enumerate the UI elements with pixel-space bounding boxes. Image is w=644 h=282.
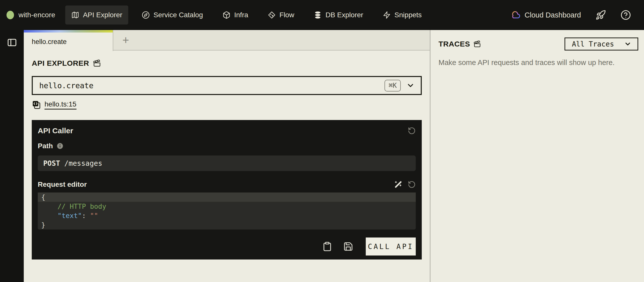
nav-item-label: DB Explorer <box>326 11 363 19</box>
nav-item-service-catalog[interactable]: Service Catalog <box>136 6 209 24</box>
request-editor-label: Request editor <box>38 180 87 188</box>
chevron-down-icon <box>406 81 415 90</box>
code-line: } <box>38 220 416 230</box>
left-sidebar <box>0 30 24 282</box>
source-file-link[interactable]: hello.ts:15 <box>32 100 76 110</box>
code-string-value: "" <box>90 212 98 220</box>
code-line: "text": "" <box>38 211 416 220</box>
call-api-button[interactable]: CALL API <box>366 238 416 256</box>
endpoint-select-value: hello.create <box>39 81 384 90</box>
nav-right: Cloud Dashboard <box>510 10 631 20</box>
panel-left-icon <box>6 37 18 48</box>
help-button[interactable] <box>620 10 631 20</box>
endpoint-path: /messages <box>64 159 102 168</box>
http-method: POST <box>43 159 60 168</box>
reset-request-button[interactable] <box>408 180 416 188</box>
nav-menu: API Explorer Service Catalog Infra Flow <box>65 6 428 24</box>
endpoint-select[interactable]: hello.create ⌘K <box>32 76 422 95</box>
launch-rocket-button[interactable] <box>596 10 606 20</box>
box-icon <box>222 11 230 19</box>
traces-title-wrap: TRACES <box>438 40 481 48</box>
nav-item-label: Snippets <box>394 11 422 19</box>
add-tab-button[interactable]: + <box>113 30 138 50</box>
traces-title: TRACES <box>438 40 470 48</box>
magic-wand-icon <box>394 180 402 188</box>
endpoint-path-display: POST /messages <box>38 156 416 171</box>
nav-item-db-explorer[interactable]: DB Explorer <box>308 6 369 24</box>
traces-header: TRACES All Traces <box>438 38 638 50</box>
app-body: hello.create + API EXPLORER hello.create… <box>0 30 644 282</box>
zap-icon <box>383 11 391 19</box>
map-icon <box>71 11 79 19</box>
reset-path-button[interactable] <box>408 127 416 135</box>
traces-filter-value: All Traces <box>572 40 614 48</box>
cloud-icon <box>510 10 520 20</box>
nav-item-flow[interactable]: Flow <box>262 6 300 24</box>
code-key: "text" <box>58 212 82 220</box>
save-request-button[interactable] <box>343 242 353 252</box>
request-editor-header: Request editor <box>38 180 416 188</box>
generate-payload-button[interactable] <box>394 180 402 188</box>
info-icon[interactable] <box>56 142 64 150</box>
path-row: Path <box>38 142 416 150</box>
traces-empty-message: Make some API requests and traces will s… <box>438 58 638 67</box>
nav-item-infra[interactable]: Infra <box>216 6 254 24</box>
database-icon <box>314 11 322 19</box>
help-circle-icon <box>620 10 631 20</box>
rotate-ccw-icon <box>408 180 416 188</box>
api-caller-header: API Caller <box>38 126 416 135</box>
nav-item-label: Infra <box>234 11 248 19</box>
request-editor-actions <box>394 180 416 188</box>
nav-item-label: Flow <box>280 11 294 19</box>
tab-hello-create[interactable]: hello.create <box>24 30 113 51</box>
code-file-icon <box>32 100 41 110</box>
top-nav: with-encore API Explorer Service Catalog… <box>0 0 644 30</box>
chevron-down-icon <box>624 40 632 48</box>
page-title: API EXPLORER <box>32 59 89 68</box>
cloud-dashboard-link[interactable]: Cloud Dashboard <box>510 10 581 20</box>
active-tab-gradient <box>24 30 113 32</box>
path-label: Path <box>38 142 53 150</box>
traces-filter-select[interactable]: All Traces <box>564 38 638 50</box>
api-explorer-content: API EXPLORER hello.create ⌘K <box>24 50 430 282</box>
api-explorer-heading: API EXPLORER <box>32 59 430 68</box>
rotate-ccw-icon <box>408 127 416 135</box>
app-name: with-encore <box>18 11 55 19</box>
toggle-sidebar-button[interactable] <box>6 37 18 48</box>
clapperboard-icon <box>93 59 101 67</box>
tab-label: hello.create <box>32 38 67 46</box>
code-comment: // HTTP body <box>58 202 106 210</box>
nav-item-snippets[interactable]: Snippets <box>377 6 428 24</box>
app-brand[interactable]: with-encore <box>6 11 55 19</box>
copy-request-button[interactable] <box>322 242 332 252</box>
save-floppy-icon <box>343 242 353 252</box>
tab-strip: hello.create + <box>24 30 430 50</box>
code-line: // HTTP body <box>38 202 416 211</box>
api-caller-card: API Caller Path <box>32 120 422 260</box>
nav-item-label: API Explorer <box>83 11 122 19</box>
clapperboard-icon <box>474 40 481 48</box>
api-caller-title: API Caller <box>38 126 73 135</box>
request-body-editor[interactable]: { // HTTP body "text": "" } <box>38 192 416 230</box>
flow-diamond-icon <box>268 11 276 19</box>
app-status-dot <box>6 11 14 19</box>
rocket-icon <box>596 10 606 20</box>
http-path <box>60 159 64 168</box>
cmd-k-shortcut-badge: ⌘K <box>384 80 401 92</box>
compass-icon <box>142 11 150 19</box>
api-caller-footer: CALL API <box>38 238 416 256</box>
cloud-dashboard-label: Cloud Dashboard <box>524 11 581 19</box>
code-line: { <box>38 192 416 202</box>
clipboard-icon <box>322 242 332 252</box>
nav-item-label: Service Catalog <box>154 11 203 19</box>
traces-panel: TRACES All Traces Make some API requests… <box>430 30 644 282</box>
nav-item-api-explorer[interactable]: API Explorer <box>65 6 128 24</box>
app: with-encore API Explorer Service Catalog… <box>0 0 644 282</box>
main-column: hello.create + API EXPLORER hello.create… <box>24 30 430 282</box>
source-file-label: hello.ts:15 <box>44 100 76 110</box>
